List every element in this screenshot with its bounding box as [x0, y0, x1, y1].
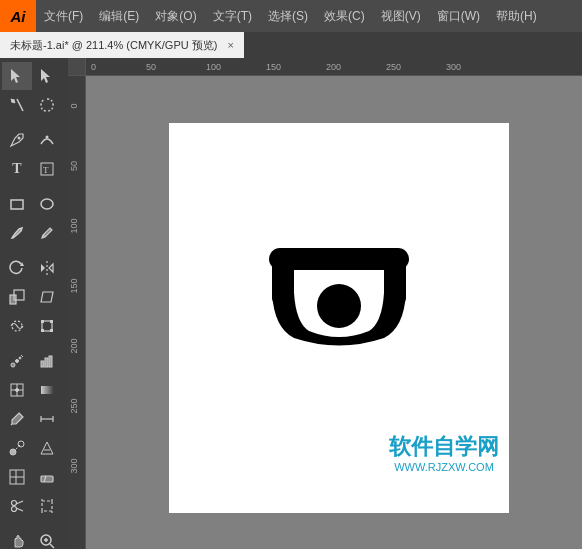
tool-row-7	[2, 254, 66, 282]
white-canvas: 软件自学网 WWW.RJZXW.COM	[169, 123, 509, 513]
svg-rect-28	[41, 361, 44, 367]
zoom-tool-button[interactable]	[32, 527, 62, 549]
tool-row-4: T T	[2, 155, 66, 183]
svg-text:50: 50	[146, 62, 156, 72]
live-paint-button[interactable]	[32, 434, 62, 462]
curvature-tool-button[interactable]	[32, 126, 62, 154]
artboard-tool-button[interactable]	[32, 492, 62, 520]
tool-row-15	[2, 492, 66, 520]
svg-text:T: T	[43, 165, 49, 175]
svg-point-6	[46, 136, 49, 139]
tool-row-14	[2, 463, 66, 491]
slice-tool-button[interactable]	[2, 463, 32, 491]
svg-rect-22	[50, 320, 53, 323]
graph-tool-button[interactable]	[32, 347, 62, 375]
selection-tool-button[interactable]	[2, 62, 32, 90]
svg-rect-30	[49, 356, 52, 367]
svg-line-2	[17, 99, 23, 111]
svg-point-26	[16, 360, 19, 363]
scale-tool-button[interactable]	[2, 283, 32, 311]
canvas-area: 0 50 100 150 200 250 300 0 50 100 150 20…	[68, 58, 582, 549]
svg-rect-29	[45, 358, 48, 367]
tool-row-12	[2, 405, 66, 433]
svg-marker-14	[41, 264, 45, 272]
eraser-tool-button[interactable]	[32, 463, 62, 491]
eyedropper-tool-button[interactable]	[2, 405, 32, 433]
shear-tool-button[interactable]	[32, 283, 62, 311]
type-tool-button[interactable]: T	[2, 155, 32, 183]
measure-tool-button[interactable]	[32, 405, 62, 433]
ellipse-tool-button[interactable]	[32, 190, 62, 218]
gradient-tool-button[interactable]	[32, 376, 62, 404]
tool-row-10	[2, 347, 66, 375]
menu-file[interactable]: 文件(F)	[36, 0, 91, 32]
scissors-tool-button[interactable]	[2, 492, 32, 520]
tool-row-5	[2, 190, 66, 218]
svg-rect-46	[41, 476, 53, 482]
rectangle-tool-button[interactable]	[2, 190, 32, 218]
menu-edit[interactable]: 编辑(E)	[91, 0, 147, 32]
tool-row-13	[2, 434, 66, 462]
svg-text:100: 100	[206, 62, 221, 72]
svg-point-49	[12, 507, 17, 512]
tab-label: 未标题-1.ai* @ 211.4% (CMYK/GPU 预览)	[10, 38, 217, 53]
vertical-ruler: 0 50 100 150 200 250 300	[68, 76, 86, 549]
title-bar: Ai 文件(F) 编辑(E) 对象(O) 文字(T) 选择(S) 效果(C) 视…	[0, 0, 582, 32]
svg-point-34	[16, 389, 19, 392]
main-area: T T	[0, 58, 582, 549]
direct-selection-tool-button[interactable]	[32, 62, 62, 90]
svg-rect-24	[50, 329, 53, 332]
area-type-tool-button[interactable]: T	[32, 155, 62, 183]
app-logo: Ai	[0, 0, 36, 32]
menu-type[interactable]: 文字(T)	[205, 0, 260, 32]
svg-point-10	[41, 199, 53, 209]
menu-select[interactable]: 选择(S)	[260, 0, 316, 32]
menu-effect[interactable]: 效果(C)	[316, 0, 373, 32]
rotate-tool-button[interactable]	[2, 254, 32, 282]
menu-window[interactable]: 窗口(W)	[429, 0, 488, 32]
active-tab[interactable]: 未标题-1.ai* @ 211.4% (CMYK/GPU 预览) ×	[0, 32, 244, 58]
svg-text:150: 150	[266, 62, 281, 72]
horizontal-ruler: 0 50 100 150 200 250 300	[68, 58, 582, 76]
svg-point-4	[11, 99, 15, 103]
magic-wand-button[interactable]	[2, 91, 32, 119]
svg-marker-1	[41, 69, 50, 83]
svg-line-58	[50, 544, 54, 548]
svg-text:100: 100	[69, 218, 79, 233]
hand-tool-button[interactable]	[2, 527, 32, 549]
svg-line-42	[13, 444, 21, 452]
svg-marker-15	[49, 264, 53, 272]
svg-text:150: 150	[69, 278, 79, 293]
svg-point-25	[11, 363, 15, 367]
ruler-marks-horizontal: 0 50 100 150 200 250 300	[86, 58, 582, 76]
document-canvas: 软件自学网 WWW.RJZXW.COM	[96, 86, 582, 549]
tool-row-6	[2, 219, 66, 247]
tool-row-11	[2, 376, 66, 404]
paintbrush-tool-button[interactable]	[2, 219, 32, 247]
pen-tool-button[interactable]	[2, 126, 32, 154]
free-transform-button[interactable]	[32, 312, 62, 340]
svg-text:0: 0	[91, 62, 96, 72]
svg-rect-23	[41, 329, 44, 332]
symbol-sprayer-button[interactable]	[2, 347, 32, 375]
svg-point-85	[329, 296, 349, 316]
tab-close-button[interactable]: ×	[227, 39, 233, 51]
lasso-tool-button[interactable]	[32, 91, 62, 119]
warp-tool-button[interactable]	[2, 312, 32, 340]
svg-rect-9	[11, 200, 23, 209]
blend-tool-button[interactable]	[2, 434, 32, 462]
pencil-tool-button[interactable]	[32, 219, 62, 247]
tool-row-8	[2, 283, 66, 311]
mesh-tool-button[interactable]	[2, 376, 32, 404]
artwork-svg	[219, 228, 459, 408]
menu-object[interactable]: 对象(O)	[147, 0, 204, 32]
menu-view[interactable]: 视图(V)	[373, 0, 429, 32]
svg-marker-0	[11, 69, 20, 83]
reflect-tool-button[interactable]	[32, 254, 62, 282]
tool-row-16	[2, 527, 66, 549]
svg-text:50: 50	[69, 161, 79, 171]
svg-text:200: 200	[69, 338, 79, 353]
svg-text:300: 300	[69, 458, 79, 473]
menu-help[interactable]: 帮助(H)	[488, 0, 545, 32]
ruler-marks-vertical: 0 50 100 150 200 250 300	[68, 76, 86, 549]
